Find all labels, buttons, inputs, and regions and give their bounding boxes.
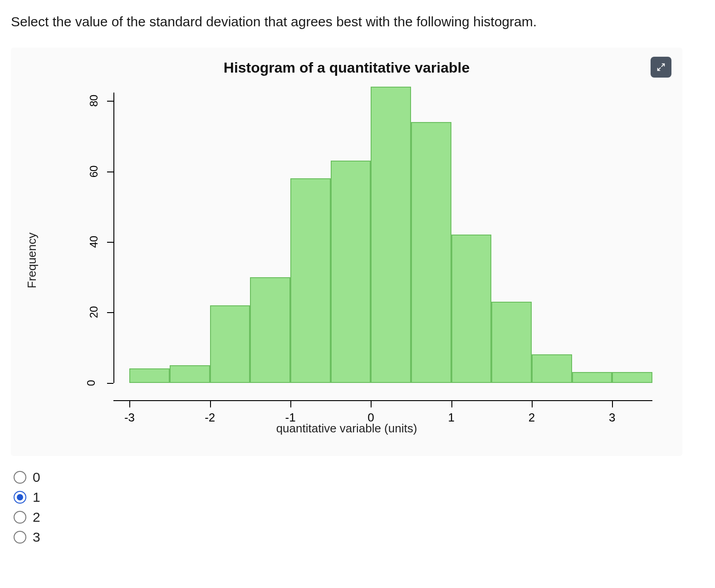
radio-button[interactable] (14, 511, 26, 524)
option-label: 0 (33, 470, 40, 485)
y-tick-label: 80 (88, 95, 100, 107)
y-axis-label: Frequency (25, 232, 39, 288)
answer-option[interactable]: 2 (14, 510, 704, 525)
x-tick-label: -1 (285, 411, 296, 425)
x-tick-label: -2 (205, 411, 215, 425)
histogram-bar (170, 365, 210, 383)
x-tick (612, 401, 613, 407)
x-tick (371, 401, 372, 407)
x-tick (451, 401, 452, 407)
histogram-bar (331, 161, 371, 382)
y-tick (107, 101, 113, 102)
x-tick-label: 1 (448, 411, 454, 425)
x-axis-line (113, 400, 652, 401)
histogram-bar (612, 372, 652, 382)
x-tick (129, 401, 130, 407)
histogram-bar (411, 122, 451, 383)
histogram-bar (572, 372, 612, 382)
y-tick (107, 383, 113, 384)
histogram-bar (371, 87, 411, 382)
y-tick (107, 242, 113, 243)
histogram-bar (491, 302, 532, 383)
x-tick (532, 401, 533, 407)
x-tick (210, 401, 211, 407)
option-label: 1 (33, 490, 40, 505)
answer-option[interactable]: 1 (14, 490, 704, 505)
answer-option[interactable]: 3 (14, 529, 704, 545)
x-tick (290, 401, 291, 407)
radio-button[interactable] (14, 491, 26, 504)
x-tick-label: 2 (529, 411, 535, 425)
option-label: 3 (33, 529, 40, 545)
y-tick (107, 172, 113, 172)
histogram-bar (290, 178, 331, 382)
histogram-bars (113, 83, 652, 383)
y-tick-label: 0 (85, 380, 98, 386)
question-text: Select the value of the standard deviati… (11, 13, 704, 31)
radio-button[interactable] (14, 471, 26, 484)
option-label: 2 (33, 510, 40, 525)
x-axis-label: quantitative variable (units) (276, 421, 417, 436)
chart-title: Histogram of a quantitative variable (23, 59, 671, 76)
histogram-bar (451, 235, 492, 382)
answer-option[interactable]: 0 (14, 470, 704, 485)
y-tick-label: 60 (88, 165, 100, 177)
answer-options: 0123 (11, 470, 704, 545)
histogram-bar (210, 305, 250, 383)
histogram-bar (129, 368, 170, 382)
x-tick-label: 0 (367, 411, 374, 425)
y-tick-label: 40 (88, 236, 100, 248)
plot-wrap: Frequency quantitative variable (units) … (23, 83, 671, 437)
histogram-bar (250, 277, 290, 383)
histogram-bar (532, 354, 572, 382)
y-tick-label: 20 (88, 306, 100, 318)
y-tick (107, 312, 113, 313)
x-tick-label: 3 (609, 411, 615, 425)
x-tick-label: -3 (124, 411, 135, 425)
chart-panel: Histogram of a quantitative variable Fre… (11, 48, 682, 456)
plot-area: 020406080-3-2-10123 (113, 83, 652, 383)
expand-icon[interactable] (651, 57, 671, 78)
radio-button[interactable] (14, 531, 26, 544)
